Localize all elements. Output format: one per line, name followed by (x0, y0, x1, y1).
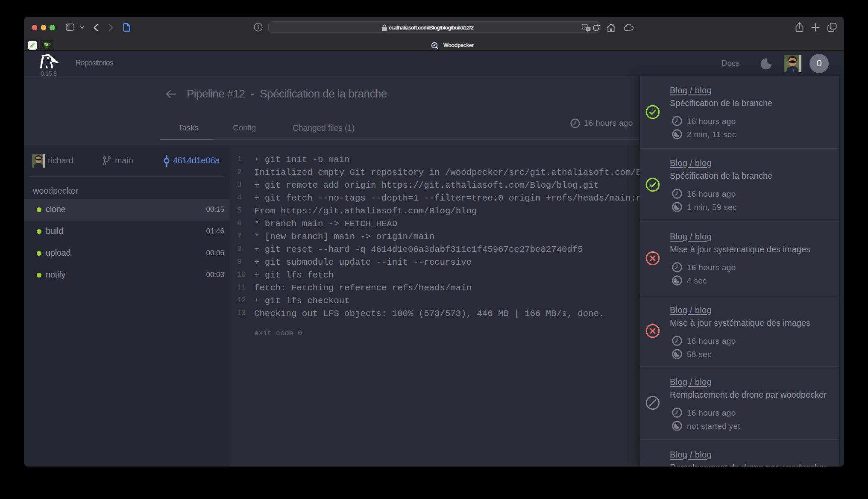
svg-text:A: A (584, 25, 586, 29)
svg-text:文: 文 (586, 27, 590, 31)
